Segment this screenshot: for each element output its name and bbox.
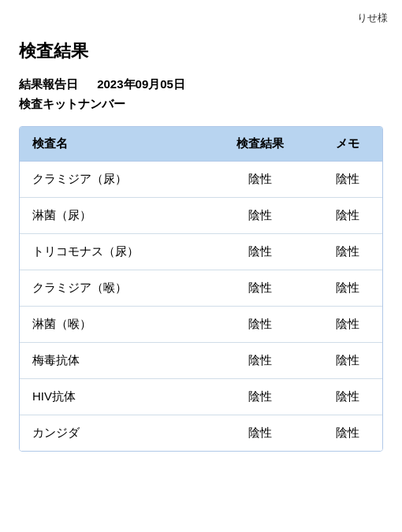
results-table-container: 検査名 検査結果 メモ クラミジア（尿）陰性陰性淋菌（尿）陰性陰性トリコモナス（… (19, 126, 383, 452)
cell-name: トリコモナス（尿） (20, 234, 208, 270)
table-row: 梅毒抗体陰性陰性 (20, 343, 382, 379)
kit-number-row: 検査キットナンバー (19, 97, 383, 112)
cell-result: 陰性 (208, 307, 312, 343)
table-row: HIV抗体陰性陰性 (20, 379, 382, 415)
kit-number-label: 検査キットナンバー (19, 97, 125, 110)
cell-memo: 陰性 (312, 234, 382, 270)
cell-memo: 陰性 (312, 379, 382, 415)
cell-name: 淋菌（喉） (20, 307, 208, 343)
cell-name: カンジダ (20, 415, 208, 452)
cell-name: クラミジア（尿） (20, 162, 208, 198)
col-header-memo: メモ (312, 127, 382, 162)
report-date-label: 結果報告日 (19, 77, 78, 92)
table-row: 淋菌（喉）陰性陰性 (20, 307, 382, 343)
cell-result: 陰性 (208, 198, 312, 234)
cell-memo: 陰性 (312, 415, 382, 452)
cell-result: 陰性 (208, 379, 312, 415)
user-label: りせ様 (357, 11, 388, 25)
cell-memo: 陰性 (312, 198, 382, 234)
col-header-name: 検査名 (20, 127, 208, 162)
cell-name: クラミジア（喉） (20, 270, 208, 307)
table-header-row: 検査名 検査結果 メモ (20, 127, 382, 162)
report-date-row: 結果報告日 2023年09月05日 (19, 77, 383, 92)
cell-name: 梅毒抗体 (20, 343, 208, 379)
col-header-result: 検査結果 (208, 127, 312, 162)
cell-name: 淋菌（尿） (20, 198, 208, 234)
cell-memo: 陰性 (312, 270, 382, 307)
table-row: クラミジア（尿）陰性陰性 (20, 162, 382, 198)
table-row: クラミジア（喉）陰性陰性 (20, 270, 382, 307)
cell-result: 陰性 (208, 162, 312, 198)
report-date-value: 2023年09月05日 (97, 77, 185, 91)
cell-result: 陰性 (208, 415, 312, 452)
results-table: 検査名 検査結果 メモ クラミジア（尿）陰性陰性淋菌（尿）陰性陰性トリコモナス（… (20, 127, 382, 451)
table-row: トリコモナス（尿）陰性陰性 (20, 234, 382, 270)
cell-memo: 陰性 (312, 307, 382, 343)
cell-memo: 陰性 (312, 162, 382, 198)
page-title: 検査結果 (19, 39, 383, 63)
cell-result: 陰性 (208, 234, 312, 270)
table-row: カンジダ陰性陰性 (20, 415, 382, 452)
cell-result: 陰性 (208, 343, 312, 379)
cell-name: HIV抗体 (20, 379, 208, 415)
cell-memo: 陰性 (312, 343, 382, 379)
table-row: 淋菌（尿）陰性陰性 (20, 198, 382, 234)
cell-result: 陰性 (208, 270, 312, 307)
